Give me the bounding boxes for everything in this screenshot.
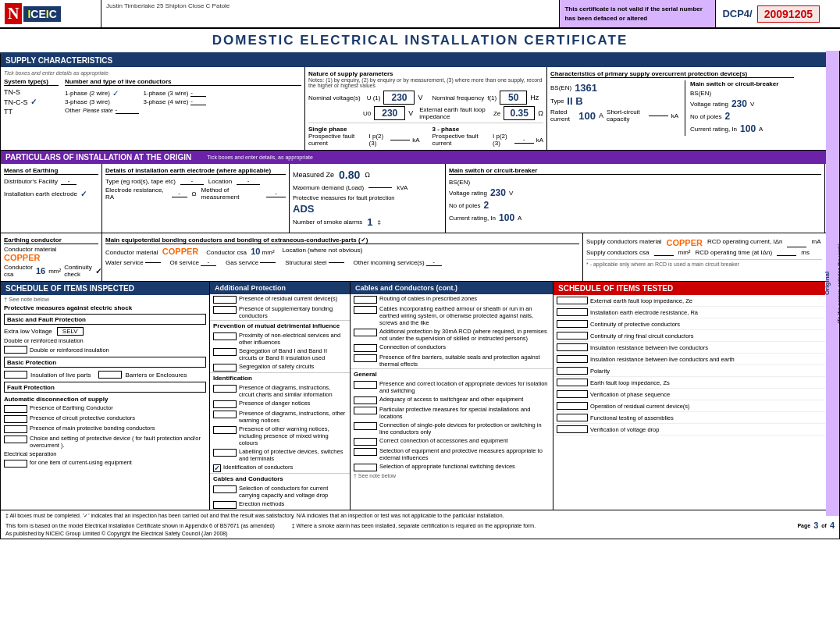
add30-cb xyxy=(354,329,377,336)
oc-left: BS(EN) 1361 Type II B Rated current 100 … xyxy=(550,80,678,136)
ms-grid: BS(EN) Voltage rating 230 V No of poles … xyxy=(449,177,821,225)
part-prot-row: Particular protective measures for speci… xyxy=(351,405,553,421)
presence-earthing-row: Presence of Earthing Conductor xyxy=(1,404,209,414)
type-value: II B xyxy=(567,95,582,107)
three-phase-4w: 3-phase (4 wire) - xyxy=(144,98,207,105)
electrode-res-row: Electrode resistance, RA - Ω Method of m… xyxy=(105,187,286,201)
tested-title: SCHEDULE OF ITEMS TESTED xyxy=(553,282,825,295)
seg-safety-cb xyxy=(213,364,237,372)
supply-grid: Tick boxes and enter details as appropri… xyxy=(1,67,839,150)
particulars-title: PARTICULARS OF INSTALLATION AT THE ORIGI… xyxy=(5,153,191,162)
footer-bottom: This form is based on the model Electric… xyxy=(5,521,835,530)
earth-fault-loop-row: Earth fault loop impedance, Zs xyxy=(553,377,825,389)
tn-c-s-label: TN-C-S xyxy=(4,98,28,106)
prevention-title: Prevention of mutual detrimental influen… xyxy=(210,320,350,331)
basic-prot-title: Basic Protection xyxy=(7,359,56,366)
ext-earth-row: External earth fault loop impedance, Ze xyxy=(553,295,825,307)
se-cb xyxy=(354,448,377,456)
overcurrent-grid: BS(EN) 1361 Type II B Rated current 100 … xyxy=(550,80,794,136)
cert-id: DCP4/ 20091205 xyxy=(715,0,826,27)
u0-label: U0 xyxy=(363,110,371,117)
ver-volt-row: Verification of voltage drop xyxy=(553,424,825,436)
conn-single-row: Connection of single-pole devices for pr… xyxy=(351,421,553,436)
ms-poles-val: 2 xyxy=(724,111,730,122)
cables-cont-title: Cables and Conductors (cont.) xyxy=(351,282,553,294)
f-value: 50 xyxy=(500,91,527,105)
ze-unit: Ω xyxy=(538,109,543,117)
u1-label: U (1) xyxy=(367,94,381,101)
basic-prot-box: Basic Protection xyxy=(4,357,206,368)
sp-fault-row: Prospective fault current I p(2)(3) kA xyxy=(308,133,420,147)
rated-value: 100 xyxy=(578,110,596,122)
cc-cb xyxy=(354,438,377,446)
type-label: Type xyxy=(550,98,564,105)
fault-prot-box: Fault Protection xyxy=(4,382,206,393)
logo-area: N I CE I C xyxy=(0,0,101,27)
bond-csa: Conductor csa 10 mm² xyxy=(206,247,274,256)
see-note-below: † See note below xyxy=(351,472,553,479)
pres-diags-row: Presence of diagrams, instructions, circ… xyxy=(210,383,350,399)
supply-nature: Nature of supply parameters Notes: (1) b… xyxy=(305,67,547,150)
three-phase-3w: 3-phase (3 wire) xyxy=(65,98,139,105)
elec-sep-label: Electrical separation xyxy=(1,450,209,458)
earthing-col: Means of Earthing Distributor's Facility… xyxy=(1,164,102,233)
u1-unit: V xyxy=(418,94,422,101)
tp-label: 3 - phase xyxy=(432,126,544,133)
cond-col1: 1-phase (2 wire) ✓ 3-phase (3 wire) Othe… xyxy=(65,88,139,115)
earth-cond-title: Earthing conductor xyxy=(4,236,98,244)
main-switch: Main switch or circuit-breaker BS(EN) Vo… xyxy=(685,80,794,136)
bonding-title: Main equipotential bonding conductors an… xyxy=(105,236,579,244)
route-cb xyxy=(354,296,377,304)
erect-cb xyxy=(213,501,237,509)
ze-value: 0.35 xyxy=(504,106,535,120)
sel-cb xyxy=(213,485,237,493)
pres-other-warn-row: Presence of other warning notices, inclu… xyxy=(210,425,350,447)
diag2-cb xyxy=(213,411,237,418)
sched-tested-col: SCHEDULE OF ITEMS TESTED External earth … xyxy=(553,282,825,510)
cables-inc-cb xyxy=(354,306,377,314)
structural-steel: Structural steel xyxy=(285,258,343,266)
bsen-label: BS(EN) xyxy=(550,84,571,91)
ins-live-row: Insulation resistance between live condu… xyxy=(553,342,825,354)
ads-label: ADS xyxy=(293,203,314,215)
for-one-row: for one item of current-using equipment xyxy=(1,458,209,468)
selv-box: SELV xyxy=(57,327,84,336)
csa-row: Conductor csa 16 mm² Continuity check ✓ xyxy=(4,264,98,278)
presence-main-bonding-row: Presence of main protective bonding cond… xyxy=(1,424,209,434)
ms-left: BS(EN) Voltage rating 230 V No of poles … xyxy=(449,177,521,225)
type-row: Type (eg rod(s), tape etc) - Location - xyxy=(105,177,286,185)
electrode-col: Details of installation earth electrode … xyxy=(102,164,290,233)
id-cond-cb: ✓ xyxy=(213,464,221,472)
choice-setting-row: Choice and setting of protective device … xyxy=(1,434,209,450)
ms-current-val: 100 xyxy=(740,123,756,134)
one-phase-2w: 1-phase (2 wire) ✓ xyxy=(65,89,139,98)
op-rcd-cb xyxy=(557,402,588,410)
smoke-row: Number of smoke alarms 1 ‡ xyxy=(293,216,442,228)
pc-cb xyxy=(4,415,27,423)
ins-live-cb xyxy=(557,343,588,351)
u1-value: 230 xyxy=(383,91,415,105)
danger-cb xyxy=(213,400,237,408)
warn-cb xyxy=(213,426,237,434)
cs-cb xyxy=(4,436,27,443)
conn-cond-row: Connection of conductors xyxy=(351,343,553,353)
inst-earth-cb xyxy=(557,308,588,316)
insul-cb xyxy=(4,371,27,379)
other-incoming: Other incoming service(s) - xyxy=(354,258,442,266)
extra-low-row: Extra low Voltage SELV xyxy=(1,326,209,336)
supply-section: SUPPLY CHARACTERISTICS Tick boxes and en… xyxy=(0,54,840,151)
double-reinf-item: Double or reinforced insulation xyxy=(1,345,209,354)
tn-s-label: TN-S xyxy=(4,88,20,96)
smoke-val: 1 xyxy=(367,216,372,228)
pp-cb xyxy=(354,407,377,414)
footer-form-note: This form is based on the model Electric… xyxy=(5,523,536,528)
u0-unit: V xyxy=(408,109,413,117)
gas-service: Gas service xyxy=(226,258,276,266)
smoke-dagger: ‡ xyxy=(378,219,381,226)
barriers-cb xyxy=(98,371,122,379)
particulars-grid: Means of Earthing Distributor's Facility… xyxy=(1,164,839,233)
side-label: Original (To the person ordering the wor… xyxy=(826,51,840,516)
logo: N I CE I C xyxy=(5,3,61,24)
fire-barriers-row: Presence of fire barriers, suitable seal… xyxy=(351,353,553,368)
ms-poles-row: No of poles 2 xyxy=(690,111,794,122)
